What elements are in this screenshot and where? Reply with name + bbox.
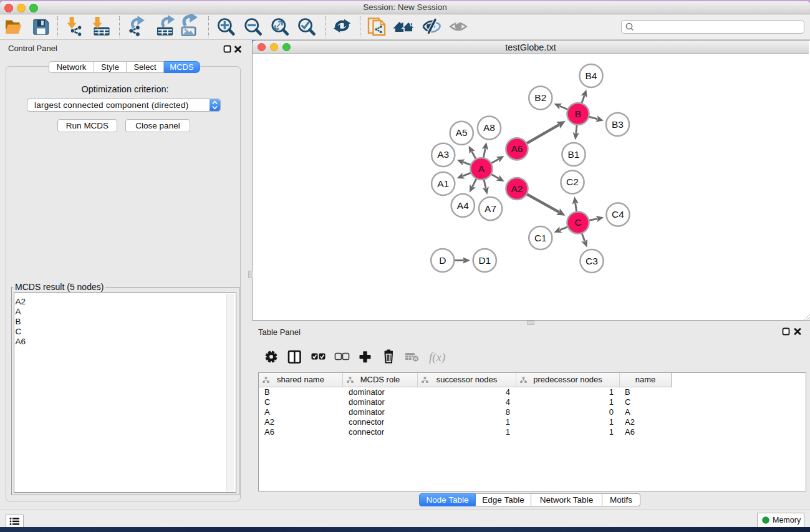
svg-text:B3: B3: [612, 119, 624, 130]
svg-text:C: C: [574, 217, 581, 228]
svg-text:B4: B4: [586, 70, 597, 81]
svg-text:D1: D1: [478, 255, 491, 266]
svg-text:A6: A6: [511, 143, 523, 154]
svg-text:A2: A2: [511, 183, 523, 194]
svg-text:A4: A4: [457, 200, 469, 211]
svg-text:B1: B1: [568, 149, 580, 160]
svg-text:C1: C1: [534, 233, 547, 243]
svg-text:A: A: [478, 163, 485, 174]
svg-text:C3: C3: [586, 256, 598, 266]
svg-text:A3: A3: [437, 149, 449, 160]
svg-text:C4: C4: [612, 209, 624, 220]
svg-text:A5: A5: [456, 127, 468, 138]
svg-text:A8: A8: [483, 122, 495, 133]
svg-text:A1: A1: [437, 178, 449, 189]
svg-text:B2: B2: [534, 92, 546, 103]
svg-text:D: D: [439, 255, 446, 266]
svg-text:B: B: [575, 109, 581, 119]
svg-text:C2: C2: [566, 177, 579, 187]
svg-text:A7: A7: [485, 203, 496, 214]
